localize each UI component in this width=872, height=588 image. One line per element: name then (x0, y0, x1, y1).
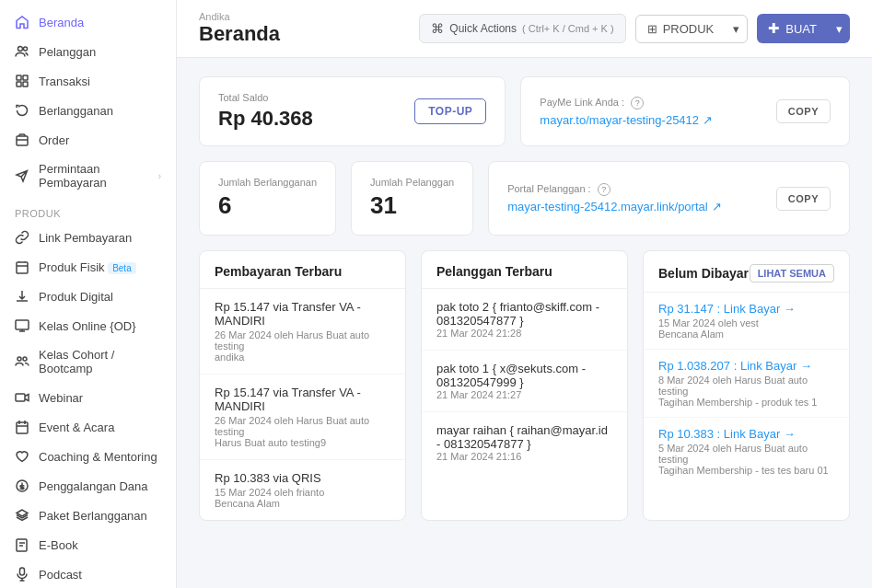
total-saldo-value: Rp 40.368 (218, 107, 313, 131)
table-row: pak toto 2 { frianto@skiff.com - 0813205… (422, 289, 627, 351)
package-icon (15, 259, 29, 274)
sidebar-item-transaksi[interactable]: Transaksi (0, 66, 176, 96)
payment-meta-1: 26 Mar 2024 oleh Harus Buat auto testing… (215, 329, 390, 363)
total-saldo-content: Total Saldo Rp 40.368 (218, 92, 313, 131)
quick-actions-button[interactable]: ⌘ Quick Actions ( Ctrl+ K / Cmd + K ) (419, 14, 625, 43)
portal-url[interactable]: mayar-testing-25412.mayar.link/portal ↗ (507, 200, 722, 213)
svg-rect-3 (23, 75, 28, 80)
berlangganan-value: 6 (218, 191, 317, 220)
monitor-icon (15, 318, 29, 333)
sidebar-item-pelanggan[interactable]: Pelanggan (0, 37, 176, 66)
sidebar-item-produk-digital[interactable]: Produk Digital (0, 282, 176, 311)
sidebar-item-order-label: Order (39, 133, 69, 147)
stats-row-1: Total Saldo Rp 40.368 TOP-UP PayMe Link … (199, 76, 850, 146)
sidebar-item-podcast-label: Podcast (39, 568, 82, 582)
belum-dibayar-header: Belum Dibayar LIHAT SEMUA (644, 251, 849, 293)
sidebar-item-ebook-label: E-Book (39, 538, 78, 552)
svg-point-10 (23, 357, 27, 361)
table-row: Rp 10.383 : Link Bayar → 5 Mar 2024 oleh… (644, 418, 849, 485)
header-left: Andika Beranda (199, 11, 280, 46)
sidebar-item-paket-berlangganan[interactable]: Paket Berlangganan (0, 501, 176, 530)
unpaid-meta-2: 8 Mar 2024 oleh Harus Buat auto testing … (658, 375, 834, 408)
jumlah-berlangganan-card: Jumlah Berlangganan 6 (199, 161, 336, 236)
main-content: Andika Beranda ⌘ Quick Actions ( Ctrl+ K… (177, 0, 872, 588)
svg-rect-14 (20, 568, 25, 575)
jumlah-pelanggan-card: Jumlah Pelanggan 31 (351, 161, 473, 236)
sidebar-item-event-acara[interactable]: Event & Acara (0, 412, 176, 442)
content-area: Total Saldo Rp 40.368 TOP-UP PayMe Link … (177, 58, 872, 588)
produk-main[interactable]: ⊞ PRODUK (636, 16, 726, 42)
customer-date-1: 21 Mar 2024 21:28 (436, 328, 612, 339)
total-saldo-label: Total Saldo (218, 92, 313, 103)
produk-arrow[interactable]: ▾ (726, 16, 747, 42)
buat-arrow[interactable]: ▾ (829, 16, 850, 42)
produk-button[interactable]: ⊞ PRODUK ▾ (635, 15, 749, 43)
sidebar-item-penggalangan-label: Penggalangan Dana (39, 479, 148, 493)
sidebar-item-webinar[interactable]: Webinar (0, 383, 176, 412)
pelanggan-terbaru-title: Pelanggan Terbaru (436, 264, 552, 279)
sidebar-item-order[interactable]: Order (0, 125, 176, 155)
lihat-semua-button[interactable]: LIHAT SEMUA (750, 264, 834, 282)
command-icon: ⌘ (431, 21, 444, 36)
quick-actions-shortcut: ( Ctrl+ K / Cmd + K ) (522, 23, 614, 34)
paylink-url[interactable]: mayar.to/mayar-testing-25412 ↗ (540, 113, 713, 127)
portal-card: Portal Pelanggan : ? mayar-testing-25412… (488, 161, 850, 236)
svg-rect-11 (16, 394, 25, 401)
sidebar-item-kelas-cohort[interactable]: Kelas Cohort / Bootcamp (0, 340, 176, 383)
sidebar-item-beranda-label: Beranda (39, 16, 84, 29)
sidebar-item-beranda[interactable]: Beranda (0, 7, 176, 37)
unpaid-amount-2[interactable]: Rp 1.038.207 : Link Bayar → (658, 359, 834, 373)
sidebar-item-coaching-label: Coaching & Mentoring (39, 450, 157, 464)
sidebar-item-podcast[interactable]: Podcast (0, 559, 176, 588)
book-icon (15, 537, 29, 552)
svg-point-9 (17, 357, 21, 361)
buat-button[interactable]: ✚ BUAT ▾ (757, 14, 850, 43)
dollar-icon (15, 478, 29, 493)
customer-date-3: 21 Mar 2024 21:16 (436, 451, 612, 462)
sidebar-item-ebook[interactable]: E-Book (0, 530, 176, 559)
pelanggan-label: Jumlah Pelanggan (370, 177, 454, 188)
sidebar-item-coaching-mentoring[interactable]: Coaching & Mentoring (0, 442, 176, 471)
sidebar-item-penggalangan-dana[interactable]: Penggalangan Dana (0, 471, 176, 501)
buat-main[interactable]: ✚ BUAT (757, 14, 828, 43)
belum-dibayar-body: Rp 31.147 : Link Bayar → 15 Mar 2024 ole… (644, 293, 849, 485)
sidebar-item-produk-fisik[interactable]: Produk Fisik Beta (0, 252, 176, 282)
svg-rect-5 (23, 82, 28, 86)
svg-rect-4 (17, 82, 21, 86)
customer-name-3: mayar raihan { raihan@mayar.id - 0813205… (436, 423, 612, 451)
quick-actions-label: Quick Actions (449, 22, 517, 35)
download-icon (15, 289, 29, 304)
pembayaran-terbaru-header: Pembayaran Terbaru (200, 251, 405, 289)
topup-button[interactable]: TOP-UP (414, 98, 486, 124)
sidebar-item-link-pembayaran[interactable]: Link Pembayaran (0, 223, 176, 252)
buat-label: BUAT (785, 22, 817, 36)
pelanggan-terbaru-panel: Pelanggan Terbaru pak toto 2 { frianto@s… (421, 250, 628, 521)
refresh-icon (15, 103, 29, 118)
paylink-info-icon[interactable]: ? (631, 97, 644, 110)
sidebar-item-paket-label: Paket Berlangganan (39, 509, 147, 523)
sidebar-item-kelas-online[interactable]: Kelas Online {OD} (0, 311, 176, 340)
unpaid-meta-3: 5 Mar 2024 oleh Harus Buat auto testing … (658, 443, 834, 476)
paylink-content: PayMe Link Anda : ? mayar.to/mayar-testi… (540, 97, 713, 127)
sidebar-item-permintaan-pembayaran[interactable]: Permintaan Pembayaran › (0, 155, 176, 197)
svg-rect-6 (17, 136, 28, 145)
unpaid-meta-1: 15 Mar 2024 oleh vest Bencana Alam (658, 317, 834, 340)
portal-info-icon[interactable]: ? (598, 183, 610, 196)
chevron-right-icon: › (158, 171, 161, 181)
customer-name-2: pak toto 1 { x@sekuts.com - 081320547999… (436, 362, 612, 389)
svg-rect-7 (17, 262, 28, 273)
unpaid-amount-1[interactable]: Rp 31.147 : Link Bayar → (658, 302, 834, 316)
send-icon (15, 168, 29, 183)
svg-point-1 (24, 47, 28, 51)
plus-icon: ✚ (768, 20, 780, 37)
unpaid-amount-3[interactable]: Rp 10.383 : Link Bayar → (658, 427, 834, 441)
sidebar-item-permintaan-label: Permintaan Pembayaran (39, 162, 149, 190)
copy-paylink-button[interactable]: COPY (776, 99, 831, 123)
tag-icon (15, 74, 29, 88)
table-row: Rp 10.383 via QRIS 15 Mar 2024 oleh fria… (200, 460, 405, 520)
portal-label: Portal Pelanggan : ? (507, 183, 722, 196)
svg-point-0 (18, 47, 23, 52)
sidebar-item-berlangganan[interactable]: Berlangganan (0, 96, 176, 125)
copy-portal-button[interactable]: COPY (776, 187, 831, 211)
total-saldo-card: Total Saldo Rp 40.368 TOP-UP (199, 76, 506, 146)
